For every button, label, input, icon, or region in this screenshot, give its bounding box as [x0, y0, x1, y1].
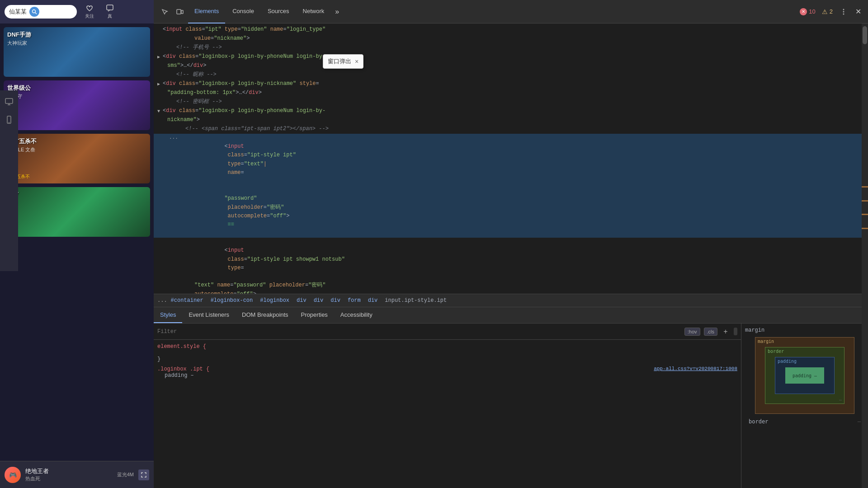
border-label-pos: border: [768, 349, 784, 354]
html-line-2[interactable]: value="nickname">: [154, 34, 868, 43]
mini-marker-2: [862, 200, 868, 202]
breadcrumb-loginbox[interactable]: #loginbox: [258, 296, 291, 305]
css-padding-rule: padding –: [157, 372, 737, 379]
breadcrumb-div-4[interactable]: div: [366, 296, 380, 305]
devtools-menu-btn[interactable]: [836, 5, 851, 19]
box-model-diagram: margin border – padding padding: [755, 337, 854, 414]
warning-icon: ⚠: [822, 8, 828, 15]
html-line-10[interactable]: ... <input class="ipt-style ipt" type="t…: [154, 134, 868, 186]
border-value: –: [858, 418, 861, 425]
card-4[interactable]: 8.17 主播: [4, 187, 150, 237]
inspect-element-btn[interactable]: [157, 5, 172, 19]
html-line-11c[interactable]: autocomplete="off">: [154, 290, 868, 294]
card-1[interactable]: DNF手游 大神玩家: [4, 27, 150, 77]
tab-elements[interactable]: Elements: [188, 0, 225, 23]
breadcrumb-form[interactable]: form: [346, 296, 363, 305]
more-tabs-btn[interactable]: »: [331, 5, 343, 19]
html-line-8b[interactable]: nickname">: [154, 116, 868, 125]
filter-scroll: [734, 328, 737, 335]
tab-accessibility[interactable]: Accessibility: [334, 307, 379, 323]
styles-panel: :hov .cls + element.style { }: [154, 324, 868, 488]
tooltip-close-btn[interactable]: ×: [355, 58, 359, 65]
svg-point-8: [843, 9, 844, 10]
breadcrumb-div-3[interactable]: div: [329, 296, 342, 305]
tab-styles[interactable]: Styles: [154, 307, 182, 323]
tab-dom-breakpoints[interactable]: DOM Breakpoints: [236, 307, 295, 323]
html-line-8[interactable]: ▼ <div class="loginbox-p login-by-phoneN…: [154, 107, 868, 116]
css-source-link[interactable]: app-all.css?v=v20200817:1008: [654, 366, 737, 372]
html-line-11[interactable]: <input class="ipt-style ipt showpw1 nots…: [154, 238, 868, 281]
hov-btn[interactable]: :hov: [684, 328, 700, 336]
svg-point-5: [9, 122, 9, 123]
warning-badge[interactable]: ⚠ 2: [819, 8, 835, 15]
mini-marker-4: [862, 228, 868, 229]
box-model-labels: border –: [745, 418, 864, 425]
devtools-close-btn[interactable]: ✕: [852, 5, 864, 18]
svg-rect-2: [107, 5, 113, 10]
devtools-panel: Elements Console Sources Network » ✕ 10 …: [154, 0, 868, 488]
styles-filter-input[interactable]: [157, 328, 681, 335]
html-line-4b[interactable]: sms">…</div>: [154, 61, 868, 70]
monitor-icon: [5, 97, 14, 106]
breadcrumb-input[interactable]: input.ipt-style.ipt: [383, 296, 448, 305]
html-line-7[interactable]: <!-- 密码框 -->: [154, 98, 868, 107]
devtools-content: 窗口弹出 × <input class="ipt" type="hidden" …: [154, 23, 868, 488]
tooltip-popup: 窗口弹出 ×: [323, 54, 363, 69]
breadcrumb-bar: ... #container #loginbox-con #loginbox d…: [154, 294, 868, 307]
tab-sources[interactable]: Sources: [261, 0, 296, 23]
html-line-5[interactable]: <!-- 昵称 -->: [154, 70, 868, 80]
favorite-btn[interactable]: 关注: [81, 3, 98, 20]
html-line-6[interactable]: ▶ <div class="loginbox-p login-by-nickna…: [154, 80, 868, 89]
html-line-1[interactable]: <input class="ipt" type="hidden" name="l…: [154, 25, 868, 34]
css-rule-element-style: element.style { }: [157, 343, 737, 362]
styles-filter-bar: :hov .cls +: [154, 324, 741, 340]
border-row: border –: [749, 418, 861, 425]
elements-wrapper: <input class="ipt" type="hidden" name="l…: [154, 23, 868, 294]
html-line-4[interactable]: ▶ <div class="loginbox-p login-by-phoneN…: [154, 52, 868, 61]
add-style-btn[interactable]: +: [721, 327, 730, 336]
svg-rect-3: [5, 99, 13, 103]
svg-rect-6: [177, 9, 181, 14]
css-selector-loginbox-ipt: .loginbox .ipt {: [157, 366, 209, 372]
search-icon[interactable]: [29, 7, 39, 17]
more-icon[interactable]: ...: [157, 297, 167, 304]
cls-btn[interactable]: .cls: [704, 328, 718, 336]
html-line-9[interactable]: <!-- <span class="ipt-span ipt2"></span>…: [154, 125, 868, 134]
breadcrumb-div-2[interactable]: div: [312, 296, 326, 305]
elements-panel[interactable]: <input class="ipt" type="hidden" name="l…: [154, 23, 868, 294]
padding-box: padding padding –: [775, 357, 835, 394]
tooltip-text: 窗口弹出: [328, 57, 351, 66]
device-toggle-btn[interactable]: [173, 5, 187, 19]
css-rule-content: [157, 350, 737, 356]
devtools-scrollbar[interactable]: [862, 23, 868, 488]
tab-event-listeners[interactable]: Event Listeners: [182, 307, 236, 323]
bottom-tabs: Styles Event Listeners DOM Breakpoints P…: [154, 307, 868, 324]
error-badge[interactable]: ✕ 10: [797, 8, 818, 15]
html-line-3[interactable]: <!-- 手机号 -->: [154, 43, 868, 52]
card-1-subtitle: 大神玩家: [7, 40, 27, 47]
margin-label-pos: margin: [758, 339, 774, 344]
bottom-light: 蓝光4M: [117, 471, 134, 478]
fullscreen-icon[interactable]: [138, 469, 149, 480]
search-text: 仙某某: [9, 8, 27, 16]
content-box: padding –: [785, 367, 824, 384]
comment-btn[interactable]: 真: [102, 3, 118, 20]
card-2[interactable]: 世界级公 声优守: [4, 80, 150, 130]
breadcrumb-container[interactable]: #container: [169, 296, 205, 305]
tab-properties[interactable]: Properties: [295, 307, 334, 323]
search-box[interactable]: 仙某某: [5, 5, 77, 19]
styles-content[interactable]: element.style { } .loginbox .ipt { app-a…: [154, 340, 741, 488]
breadcrumb-div-1[interactable]: div: [295, 296, 308, 305]
tab-console[interactable]: Console: [226, 0, 260, 23]
devtools-toolbar: Elements Console Sources Network » ✕ 10 …: [154, 0, 868, 23]
tab-network[interactable]: Network: [297, 0, 331, 23]
mini-marker-1: [862, 186, 868, 188]
breadcrumb-loginbox-con[interactable]: #loginbox-con: [209, 296, 255, 305]
html-line-11b[interactable]: "text" name="password" placeholder="密码": [154, 281, 868, 290]
padding-label-pos: padding: [778, 359, 797, 364]
mobile-icon: [5, 115, 14, 124]
card-3[interactable]: 没有五杀不 UNCLE 文叁 没有五杀不: [4, 134, 150, 183]
svg-rect-7: [181, 10, 183, 14]
html-line-10b[interactable]: "password" placeholder="密码" autocomplete…: [154, 186, 868, 238]
html-line-6b[interactable]: "padding-bottom: 1px">…</div>: [154, 89, 868, 98]
